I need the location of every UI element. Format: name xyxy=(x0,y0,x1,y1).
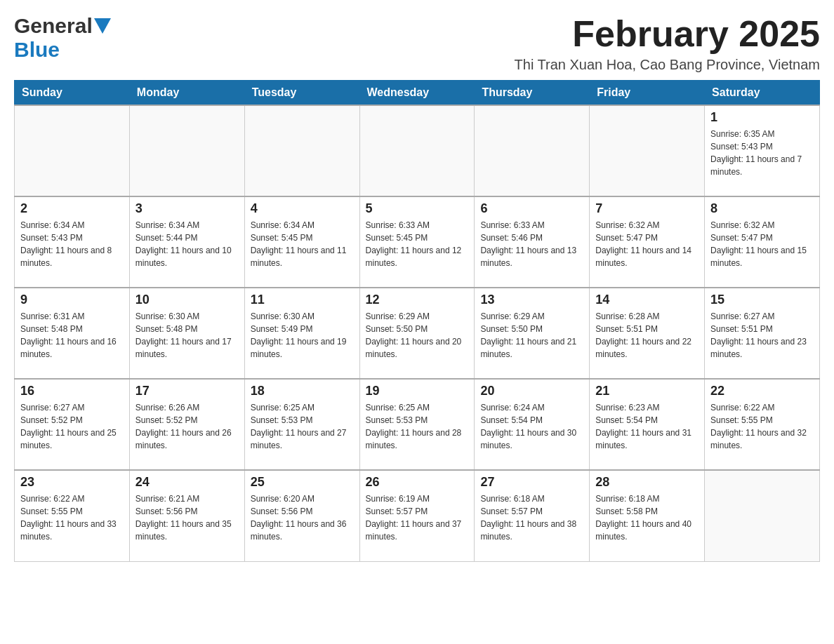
calendar-cell: 2Sunrise: 6:34 AMSunset: 5:43 PMDaylight… xyxy=(15,196,130,288)
calendar-header-saturday: Saturday xyxy=(705,81,820,106)
calendar-header-row: SundayMondayTuesdayWednesdayThursdayFrid… xyxy=(15,81,820,106)
location-title: Thi Tran Xuan Hoa, Cao Bang Province, Vi… xyxy=(515,57,820,73)
day-info: Sunrise: 6:25 AMSunset: 5:53 PMDaylight:… xyxy=(251,401,354,452)
calendar-cell xyxy=(590,105,705,196)
day-number: 3 xyxy=(135,201,239,216)
calendar-cell xyxy=(244,105,359,196)
month-title: February 2025 xyxy=(515,14,820,54)
calendar-header-monday: Monday xyxy=(129,81,244,106)
day-number: 14 xyxy=(595,293,699,307)
day-info: Sunrise: 6:30 AMSunset: 5:48 PMDaylight:… xyxy=(135,310,239,361)
calendar-cell: 28Sunrise: 6:18 AMSunset: 5:58 PMDayligh… xyxy=(590,470,705,561)
day-info: Sunrise: 6:35 AMSunset: 5:43 PMDaylight:… xyxy=(710,128,814,178)
day-info: Sunrise: 6:34 AMSunset: 5:44 PMDaylight:… xyxy=(135,219,239,269)
logo: General Blue xyxy=(14,14,111,62)
day-number: 11 xyxy=(251,293,354,307)
calendar-cell: 19Sunrise: 6:25 AMSunset: 5:53 PMDayligh… xyxy=(359,379,475,470)
calendar-cell: 27Sunrise: 6:18 AMSunset: 5:57 PMDayligh… xyxy=(475,470,590,561)
day-number: 15 xyxy=(710,293,814,307)
calendar-week-row: 16Sunrise: 6:27 AMSunset: 5:52 PMDayligh… xyxy=(15,379,820,470)
calendar-header-wednesday: Wednesday xyxy=(359,81,475,106)
calendar-cell: 25Sunrise: 6:20 AMSunset: 5:56 PMDayligh… xyxy=(244,470,359,561)
calendar-cell: 16Sunrise: 6:27 AMSunset: 5:52 PMDayligh… xyxy=(15,379,130,470)
page-header: General Blue February 2025 Thi Tran Xuan… xyxy=(14,14,820,73)
day-info: Sunrise: 6:34 AMSunset: 5:45 PMDaylight:… xyxy=(251,219,354,269)
logo-general-text: General xyxy=(14,14,93,38)
calendar-cell xyxy=(129,105,244,196)
day-number: 9 xyxy=(20,293,124,307)
day-number: 21 xyxy=(595,384,699,398)
day-info: Sunrise: 6:29 AMSunset: 5:50 PMDaylight:… xyxy=(366,310,469,361)
calendar-cell: 15Sunrise: 6:27 AMSunset: 5:51 PMDayligh… xyxy=(705,288,820,379)
calendar-week-row: 23Sunrise: 6:22 AMSunset: 5:55 PMDayligh… xyxy=(15,470,820,561)
day-number: 26 xyxy=(366,475,469,490)
day-info: Sunrise: 6:22 AMSunset: 5:55 PMDaylight:… xyxy=(710,401,814,452)
day-number: 10 xyxy=(135,293,239,307)
calendar-cell: 8Sunrise: 6:32 AMSunset: 5:47 PMDaylight… xyxy=(705,196,820,288)
day-number: 17 xyxy=(135,384,239,398)
calendar-header-friday: Friday xyxy=(590,81,705,106)
calendar-cell: 24Sunrise: 6:21 AMSunset: 5:56 PMDayligh… xyxy=(129,470,244,561)
day-info: Sunrise: 6:21 AMSunset: 5:56 PMDaylight:… xyxy=(135,492,239,543)
day-number: 27 xyxy=(480,475,583,490)
calendar-week-row: 9Sunrise: 6:31 AMSunset: 5:48 PMDaylight… xyxy=(15,288,820,379)
day-info: Sunrise: 6:33 AMSunset: 5:45 PMDaylight:… xyxy=(366,219,469,269)
calendar-cell xyxy=(705,470,820,561)
day-info: Sunrise: 6:23 AMSunset: 5:54 PMDaylight:… xyxy=(595,401,699,452)
day-info: Sunrise: 6:24 AMSunset: 5:54 PMDaylight:… xyxy=(480,401,583,452)
day-info: Sunrise: 6:22 AMSunset: 5:55 PMDaylight:… xyxy=(20,492,124,543)
calendar-cell: 6Sunrise: 6:33 AMSunset: 5:46 PMDaylight… xyxy=(475,196,590,288)
day-number: 2 xyxy=(20,201,124,216)
day-number: 1 xyxy=(710,110,814,125)
day-number: 4 xyxy=(251,201,354,216)
calendar-header-sunday: Sunday xyxy=(15,81,130,106)
day-info: Sunrise: 6:32 AMSunset: 5:47 PMDaylight:… xyxy=(710,219,814,269)
calendar-cell xyxy=(15,105,130,196)
calendar-cell: 5Sunrise: 6:33 AMSunset: 5:45 PMDaylight… xyxy=(359,196,475,288)
day-number: 19 xyxy=(366,384,469,398)
day-info: Sunrise: 6:29 AMSunset: 5:50 PMDaylight:… xyxy=(480,310,583,361)
calendar-cell: 23Sunrise: 6:22 AMSunset: 5:55 PMDayligh… xyxy=(15,470,130,561)
day-info: Sunrise: 6:26 AMSunset: 5:52 PMDaylight:… xyxy=(135,401,239,452)
calendar-cell: 21Sunrise: 6:23 AMSunset: 5:54 PMDayligh… xyxy=(590,379,705,470)
calendar-cell: 20Sunrise: 6:24 AMSunset: 5:54 PMDayligh… xyxy=(475,379,590,470)
calendar-header-thursday: Thursday xyxy=(475,81,590,106)
svg-marker-0 xyxy=(94,18,111,34)
day-info: Sunrise: 6:19 AMSunset: 5:57 PMDaylight:… xyxy=(366,492,469,543)
calendar-week-row: 2Sunrise: 6:34 AMSunset: 5:43 PMDaylight… xyxy=(15,196,820,288)
day-number: 13 xyxy=(480,293,583,307)
day-number: 25 xyxy=(251,475,354,490)
day-info: Sunrise: 6:28 AMSunset: 5:51 PMDaylight:… xyxy=(595,310,699,361)
title-block: February 2025 Thi Tran Xuan Hoa, Cao Ban… xyxy=(515,14,820,73)
day-info: Sunrise: 6:33 AMSunset: 5:46 PMDaylight:… xyxy=(480,219,583,269)
day-number: 6 xyxy=(480,201,583,216)
day-info: Sunrise: 6:34 AMSunset: 5:43 PMDaylight:… xyxy=(20,219,124,269)
day-number: 24 xyxy=(135,475,239,490)
logo-blue-text: Blue xyxy=(14,38,60,61)
calendar-cell xyxy=(359,105,475,196)
day-number: 20 xyxy=(480,384,583,398)
calendar-week-row: 1Sunrise: 6:35 AMSunset: 5:43 PMDaylight… xyxy=(15,105,820,196)
day-info: Sunrise: 6:27 AMSunset: 5:52 PMDaylight:… xyxy=(20,401,124,452)
day-number: 5 xyxy=(366,201,469,216)
calendar-cell: 18Sunrise: 6:25 AMSunset: 5:53 PMDayligh… xyxy=(244,379,359,470)
calendar-cell: 12Sunrise: 6:29 AMSunset: 5:50 PMDayligh… xyxy=(359,288,475,379)
calendar-cell: 7Sunrise: 6:32 AMSunset: 5:47 PMDaylight… xyxy=(590,196,705,288)
calendar-cell: 17Sunrise: 6:26 AMSunset: 5:52 PMDayligh… xyxy=(129,379,244,470)
day-number: 18 xyxy=(251,384,354,398)
day-info: Sunrise: 6:27 AMSunset: 5:51 PMDaylight:… xyxy=(710,310,814,361)
day-info: Sunrise: 6:25 AMSunset: 5:53 PMDaylight:… xyxy=(366,401,469,452)
calendar-cell: 26Sunrise: 6:19 AMSunset: 5:57 PMDayligh… xyxy=(359,470,475,561)
day-info: Sunrise: 6:31 AMSunset: 5:48 PMDaylight:… xyxy=(20,310,124,361)
day-info: Sunrise: 6:20 AMSunset: 5:56 PMDaylight:… xyxy=(251,492,354,543)
calendar-cell: 9Sunrise: 6:31 AMSunset: 5:48 PMDaylight… xyxy=(15,288,130,379)
calendar-cell: 14Sunrise: 6:28 AMSunset: 5:51 PMDayligh… xyxy=(590,288,705,379)
day-number: 16 xyxy=(20,384,124,398)
calendar-cell: 22Sunrise: 6:22 AMSunset: 5:55 PMDayligh… xyxy=(705,379,820,470)
calendar-header-tuesday: Tuesday xyxy=(244,81,359,106)
day-number: 12 xyxy=(366,293,469,307)
day-number: 23 xyxy=(20,475,124,490)
day-info: Sunrise: 6:18 AMSunset: 5:57 PMDaylight:… xyxy=(480,492,583,543)
calendar-table: SundayMondayTuesdayWednesdayThursdayFrid… xyxy=(14,80,820,562)
calendar-cell: 11Sunrise: 6:30 AMSunset: 5:49 PMDayligh… xyxy=(244,288,359,379)
